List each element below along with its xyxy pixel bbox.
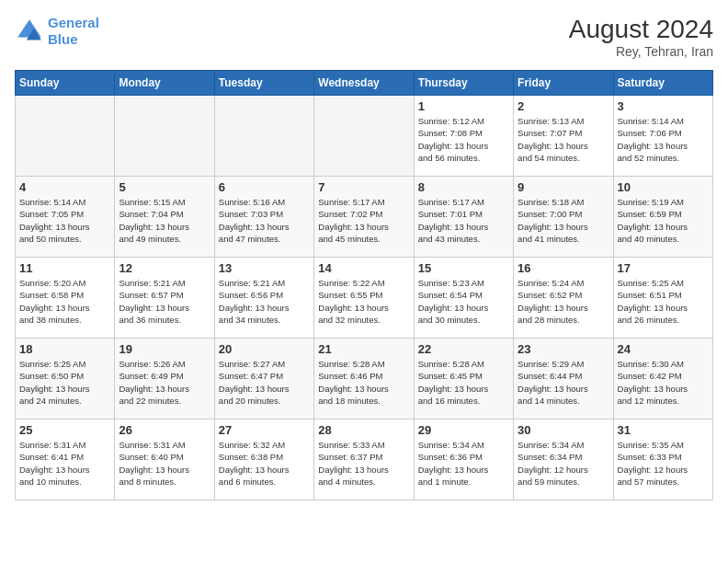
day-info: Sunrise: 5:25 AM Sunset: 6:50 PM Dayligh… [19, 358, 110, 407]
calendar-cell [314, 96, 414, 177]
day-number: 7 [318, 180, 409, 194]
day-number: 14 [318, 261, 409, 275]
day-number: 21 [318, 342, 409, 356]
calendar-cell: 11Sunrise: 5:20 AM Sunset: 6:58 PM Dayli… [16, 258, 115, 339]
day-number: 25 [19, 423, 110, 437]
weekday-header-sunday: Sunday [16, 71, 115, 96]
calendar-week-5: 25Sunrise: 5:31 AM Sunset: 6:41 PM Dayli… [16, 419, 713, 500]
day-info: Sunrise: 5:28 AM Sunset: 6:46 PM Dayligh… [318, 358, 409, 407]
day-number: 29 [418, 423, 509, 437]
day-info: Sunrise: 5:18 AM Sunset: 7:00 PM Dayligh… [518, 196, 609, 245]
day-number: 13 [219, 261, 310, 275]
calendar-cell: 17Sunrise: 5:25 AM Sunset: 6:51 PM Dayli… [613, 258, 712, 339]
calendar-table: SundayMondayTuesdayWednesdayThursdayFrid… [15, 70, 713, 500]
calendar-cell: 1Sunrise: 5:12 AM Sunset: 7:08 PM Daylig… [414, 96, 513, 177]
calendar-cell: 18Sunrise: 5:25 AM Sunset: 6:50 PM Dayli… [16, 339, 115, 419]
day-info: Sunrise: 5:30 AM Sunset: 6:42 PM Dayligh… [618, 358, 709, 407]
day-info: Sunrise: 5:20 AM Sunset: 6:58 PM Dayligh… [19, 277, 110, 326]
day-number: 10 [618, 180, 709, 194]
calendar-cell [16, 96, 115, 177]
calendar-week-2: 4Sunrise: 5:14 AM Sunset: 7:05 PM Daylig… [16, 177, 713, 258]
day-number: 19 [119, 342, 210, 356]
day-info: Sunrise: 5:26 AM Sunset: 6:49 PM Dayligh… [119, 358, 210, 407]
calendar-cell: 25Sunrise: 5:31 AM Sunset: 6:41 PM Dayli… [16, 419, 115, 500]
calendar-cell: 29Sunrise: 5:34 AM Sunset: 6:36 PM Dayli… [414, 419, 513, 500]
calendar-cell: 13Sunrise: 5:21 AM Sunset: 6:56 PM Dayli… [214, 258, 313, 339]
page-header: General Blue August 2024 Rey, Tehran, Ir… [15, 15, 713, 59]
calendar-cell: 28Sunrise: 5:33 AM Sunset: 6:37 PM Dayli… [314, 419, 414, 500]
weekday-header-wednesday: Wednesday [314, 71, 414, 96]
day-info: Sunrise: 5:21 AM Sunset: 6:57 PM Dayligh… [119, 277, 210, 326]
calendar-cell: 30Sunrise: 5:34 AM Sunset: 6:34 PM Dayli… [514, 419, 613, 500]
calendar-cell [214, 96, 313, 177]
calendar-cell: 22Sunrise: 5:28 AM Sunset: 6:45 PM Dayli… [414, 339, 513, 419]
day-number: 31 [618, 423, 709, 437]
calendar-cell: 12Sunrise: 5:21 AM Sunset: 6:57 PM Dayli… [115, 258, 214, 339]
day-number: 22 [418, 342, 509, 356]
calendar-cell: 2Sunrise: 5:13 AM Sunset: 7:07 PM Daylig… [514, 96, 613, 177]
day-info: Sunrise: 5:32 AM Sunset: 6:38 PM Dayligh… [219, 439, 310, 488]
day-number: 26 [119, 423, 210, 437]
weekday-header-tuesday: Tuesday [214, 71, 313, 96]
weekday-header-saturday: Saturday [613, 71, 712, 96]
calendar-cell: 9Sunrise: 5:18 AM Sunset: 7:00 PM Daylig… [514, 177, 613, 258]
day-number: 28 [318, 423, 409, 437]
day-number: 17 [618, 261, 709, 275]
weekday-header-friday: Friday [514, 71, 613, 96]
calendar-cell: 14Sunrise: 5:22 AM Sunset: 6:55 PM Dayli… [314, 258, 414, 339]
calendar-cell: 23Sunrise: 5:29 AM Sunset: 6:44 PM Dayli… [514, 339, 613, 419]
day-number: 24 [618, 342, 709, 356]
day-info: Sunrise: 5:19 AM Sunset: 6:59 PM Dayligh… [618, 196, 709, 245]
day-info: Sunrise: 5:14 AM Sunset: 7:06 PM Dayligh… [618, 115, 709, 164]
calendar-cell [115, 96, 214, 177]
day-info: Sunrise: 5:34 AM Sunset: 6:36 PM Dayligh… [418, 439, 509, 488]
day-info: Sunrise: 5:17 AM Sunset: 7:01 PM Dayligh… [418, 196, 509, 245]
day-info: Sunrise: 5:35 AM Sunset: 6:33 PM Dayligh… [618, 439, 709, 488]
logo-text: General Blue [48, 15, 99, 48]
calendar-cell: 7Sunrise: 5:17 AM Sunset: 7:02 PM Daylig… [314, 177, 414, 258]
calendar-cell: 26Sunrise: 5:31 AM Sunset: 6:40 PM Dayli… [115, 419, 214, 500]
day-info: Sunrise: 5:24 AM Sunset: 6:52 PM Dayligh… [518, 277, 609, 326]
title-block: August 2024 Rey, Tehran, Iran [569, 15, 713, 59]
calendar-week-1: 1Sunrise: 5:12 AM Sunset: 7:08 PM Daylig… [16, 96, 713, 177]
weekday-header-row: SundayMondayTuesdayWednesdayThursdayFrid… [16, 71, 713, 96]
calendar-cell: 31Sunrise: 5:35 AM Sunset: 6:33 PM Dayli… [613, 419, 712, 500]
day-number: 18 [19, 342, 110, 356]
day-number: 11 [19, 261, 110, 275]
day-info: Sunrise: 5:12 AM Sunset: 7:08 PM Dayligh… [418, 115, 509, 164]
day-number: 8 [418, 180, 509, 194]
calendar-cell: 20Sunrise: 5:27 AM Sunset: 6:47 PM Dayli… [214, 339, 313, 419]
day-info: Sunrise: 5:22 AM Sunset: 6:55 PM Dayligh… [318, 277, 409, 326]
calendar-cell: 4Sunrise: 5:14 AM Sunset: 7:05 PM Daylig… [16, 177, 115, 258]
calendar-cell: 5Sunrise: 5:15 AM Sunset: 7:04 PM Daylig… [115, 177, 214, 258]
day-info: Sunrise: 5:34 AM Sunset: 6:34 PM Dayligh… [518, 439, 609, 488]
day-number: 20 [219, 342, 310, 356]
day-info: Sunrise: 5:27 AM Sunset: 6:47 PM Dayligh… [219, 358, 310, 407]
day-info: Sunrise: 5:15 AM Sunset: 7:04 PM Dayligh… [119, 196, 210, 245]
day-number: 6 [219, 180, 310, 194]
calendar-week-4: 18Sunrise: 5:25 AM Sunset: 6:50 PM Dayli… [16, 339, 713, 419]
day-number: 23 [518, 342, 609, 356]
day-info: Sunrise: 5:33 AM Sunset: 6:37 PM Dayligh… [318, 439, 409, 488]
day-info: Sunrise: 5:23 AM Sunset: 6:54 PM Dayligh… [418, 277, 509, 326]
day-info: Sunrise: 5:13 AM Sunset: 7:07 PM Dayligh… [518, 115, 609, 164]
logo-icon [15, 17, 44, 46]
calendar-cell: 10Sunrise: 5:19 AM Sunset: 6:59 PM Dayli… [613, 177, 712, 258]
calendar-cell: 16Sunrise: 5:24 AM Sunset: 6:52 PM Dayli… [514, 258, 613, 339]
weekday-header-monday: Monday [115, 71, 214, 96]
day-info: Sunrise: 5:31 AM Sunset: 6:40 PM Dayligh… [119, 439, 210, 488]
day-number: 3 [618, 99, 709, 113]
calendar-cell: 21Sunrise: 5:28 AM Sunset: 6:46 PM Dayli… [314, 339, 414, 419]
day-number: 1 [418, 99, 509, 113]
month-year: August 2024 [569, 15, 713, 44]
day-info: Sunrise: 5:29 AM Sunset: 6:44 PM Dayligh… [518, 358, 609, 407]
location: Rey, Tehran, Iran [569, 44, 713, 59]
day-info: Sunrise: 5:25 AM Sunset: 6:51 PM Dayligh… [618, 277, 709, 326]
day-info: Sunrise: 5:17 AM Sunset: 7:02 PM Dayligh… [318, 196, 409, 245]
day-info: Sunrise: 5:31 AM Sunset: 6:41 PM Dayligh… [19, 439, 110, 488]
calendar-cell: 24Sunrise: 5:30 AM Sunset: 6:42 PM Dayli… [613, 339, 712, 419]
day-info: Sunrise: 5:21 AM Sunset: 6:56 PM Dayligh… [219, 277, 310, 326]
day-info: Sunrise: 5:16 AM Sunset: 7:03 PM Dayligh… [219, 196, 310, 245]
day-number: 4 [19, 180, 110, 194]
day-number: 30 [518, 423, 609, 437]
